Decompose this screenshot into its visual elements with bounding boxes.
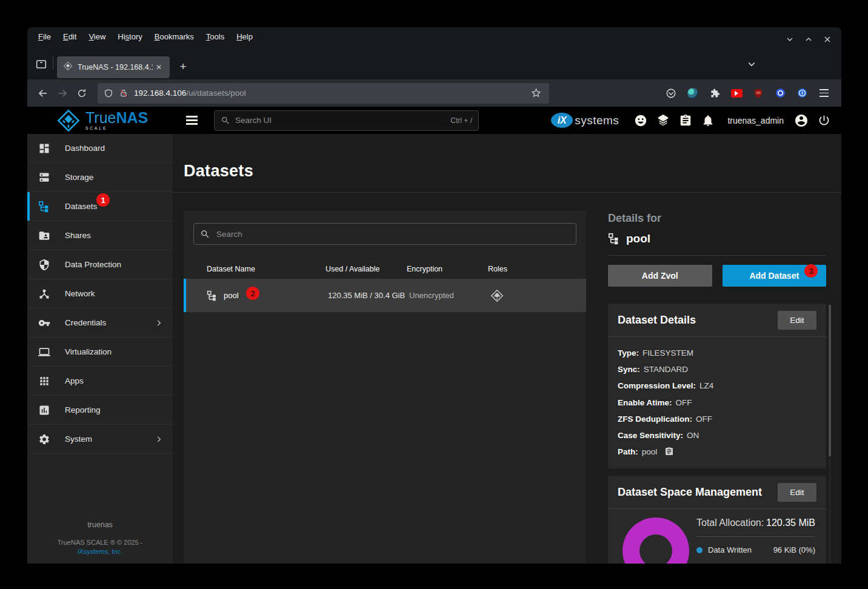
window-minimize-icon[interactable] — [786, 35, 794, 44]
chevron-right-icon — [155, 319, 163, 327]
ui-search-input[interactable] — [235, 116, 450, 125]
dataset-details-edit-button[interactable]: Edit — [778, 311, 816, 330]
extension-badge-icon[interactable] — [685, 85, 701, 101]
details-scrollbar — [829, 305, 831, 564]
video-extension-icon[interactable] — [729, 85, 744, 101]
bookmark-star-icon[interactable] — [529, 86, 543, 100]
chevron-right-icon — [155, 435, 163, 444]
dashboard-icon — [38, 142, 52, 155]
pocket-icon[interactable] — [663, 85, 679, 101]
total-allocation-value: 120.35 MiB — [766, 517, 815, 528]
column-used-available[interactable]: Used / Available — [326, 265, 407, 273]
dataset-tree-icon — [207, 290, 218, 301]
back-icon[interactable] — [33, 84, 53, 103]
sidebar-item-shares[interactable]: Shares — [27, 221, 173, 250]
menu-edit[interactable]: Edit — [57, 30, 82, 43]
ublock-icon[interactable]: UO — [750, 85, 766, 101]
details-dataset-name: pool — [608, 232, 831, 245]
field-type: Type:FILESYSTEM — [618, 345, 816, 361]
privacy-extension-icon[interactable] — [772, 85, 788, 101]
field-sync: Sync:STANDARD — [618, 361, 816, 378]
roles-truenas-icon — [490, 289, 586, 302]
details-scrollbar-thumb[interactable] — [829, 305, 831, 456]
sidebar-item-system[interactable]: System — [27, 425, 173, 454]
window-maximize-icon[interactable] — [804, 35, 813, 44]
field-path: Path:pool — [618, 444, 816, 460]
main-content: Datasets Dataset Name Used / Available E… — [173, 134, 841, 564]
dataset-details-title: Dataset Details — [618, 314, 696, 327]
truenas-logo[interactable]: TrueNAS SCALE — [27, 108, 173, 133]
table-search-field[interactable] — [193, 223, 576, 245]
copy-path-clipboard-icon[interactable] — [664, 447, 674, 456]
details-divider — [608, 255, 826, 256]
browser-menubar: File Edit View History Bookmarks Tools H… — [27, 27, 841, 45]
truecommand-icon[interactable] — [656, 114, 670, 127]
onepassword-icon[interactable] — [794, 85, 810, 101]
jobs-clipboard-icon[interactable] — [679, 114, 692, 127]
menu-view[interactable]: View — [82, 30, 112, 43]
field-compression: Compression Level:LZ4 — [618, 378, 816, 394]
ixsystems-logo[interactable]: iX systems — [551, 113, 619, 128]
menu-history[interactable]: History — [112, 30, 148, 43]
tab-truenas[interactable]: TrueNAS - 192.168.4.106 ✕ — [57, 56, 170, 78]
add-dataset-button[interactable]: Add Dataset3 — [723, 265, 827, 287]
encryption-value: Unencrypted — [409, 291, 490, 300]
tracking-protection-shield-icon[interactable] — [104, 88, 113, 98]
table-header: Dataset Name Used / Available Encryption… — [184, 259, 586, 279]
dataset-details-card: Dataset Details Edit Type:FILESYSTEM Syn… — [608, 304, 826, 468]
add-zvol-button[interactable]: Add Zvol — [608, 265, 712, 287]
dataset-name: pool — [224, 291, 239, 300]
column-dataset-name[interactable]: Dataset Name — [184, 265, 326, 273]
firefox-view-icon[interactable] — [33, 56, 49, 72]
storage-icon — [38, 171, 52, 184]
app-header: TrueNAS SCALE Ctrl + / iX systems true — [27, 107, 841, 134]
account-circle-icon[interactable] — [794, 113, 809, 128]
tab-close-icon[interactable]: ✕ — [153, 62, 165, 73]
header-actions: iX systems truenas_admin — [551, 113, 841, 128]
menu-bookmarks[interactable]: Bookmarks — [149, 30, 200, 43]
virtualization-icon — [38, 346, 52, 358]
feedback-smiley-icon[interactable] — [634, 114, 647, 127]
column-roles[interactable]: Roles — [488, 265, 586, 273]
menu-tools[interactable]: Tools — [200, 30, 230, 43]
search-icon — [200, 229, 210, 239]
ixsystems-link[interactable]: iXsystems, Inc. — [27, 548, 173, 555]
used-available-value: 120.35 MiB / 30.4 GiB — [328, 291, 409, 300]
truenas-favicon — [63, 61, 73, 73]
insecure-lock-icon[interactable] — [119, 88, 129, 98]
table-row-pool[interactable]: pool 120.35 MiB / 30.4 GiB Unencrypted 2 — [184, 279, 586, 312]
forward-icon[interactable] — [53, 84, 72, 103]
column-encryption[interactable]: Encryption — [407, 265, 488, 273]
ui-search-field[interactable]: Ctrl + / — [214, 110, 479, 131]
system-gear-icon — [38, 433, 52, 445]
alerts-bell-icon[interactable] — [701, 114, 715, 127]
window-close-icon[interactable] — [823, 35, 832, 44]
sidebar-item-datasets[interactable]: Datasets 1 — [27, 192, 173, 221]
sidebar-item-reporting[interactable]: Reporting — [27, 396, 173, 425]
sidebar-item-credentials[interactable]: Credentials — [27, 308, 173, 338]
menu-file[interactable]: File — [32, 30, 57, 43]
tab-separator — [53, 56, 53, 70]
new-tab-button[interactable]: + — [173, 57, 193, 76]
browser-navbar: 192.168.4.106/ui/datasets/pool UO — [27, 79, 841, 107]
sidebar-item-network[interactable]: Network — [27, 279, 173, 308]
extensions-puzzle-icon[interactable] — [707, 85, 723, 101]
sidebar-item-virtualization[interactable]: Virtualization — [27, 338, 173, 367]
sidebar-item-data-protection[interactable]: Data Protection — [27, 250, 173, 279]
url-bar[interactable]: 192.168.4.106/ui/datasets/pool — [98, 83, 549, 104]
sidebar-item-apps[interactable]: Apps — [27, 367, 173, 396]
browser-tabbar: TrueNAS - 192.168.4.106 ✕ + — [27, 45, 841, 79]
sidebar-item-storage[interactable]: Storage — [27, 163, 173, 192]
table-search-input[interactable] — [216, 230, 570, 239]
list-all-tabs-icon[interactable] — [747, 60, 756, 71]
power-icon[interactable] — [818, 114, 830, 127]
sidenav-toggle-icon[interactable] — [186, 116, 198, 125]
credentials-key-icon — [38, 317, 52, 329]
sidebar-footer: truenas TrueNAS SCALE ® © 2025 - iXsyste… — [27, 521, 173, 555]
space-management-edit-button[interactable]: Edit — [778, 483, 816, 502]
browser-menu-icon[interactable] — [816, 85, 832, 101]
reload-icon[interactable] — [72, 84, 92, 103]
menu-help[interactable]: Help — [230, 30, 259, 43]
legend-data-written: Data Written 96 KiB (0%) — [696, 545, 815, 554]
sidebar-item-dashboard[interactable]: Dashboard — [27, 134, 173, 163]
